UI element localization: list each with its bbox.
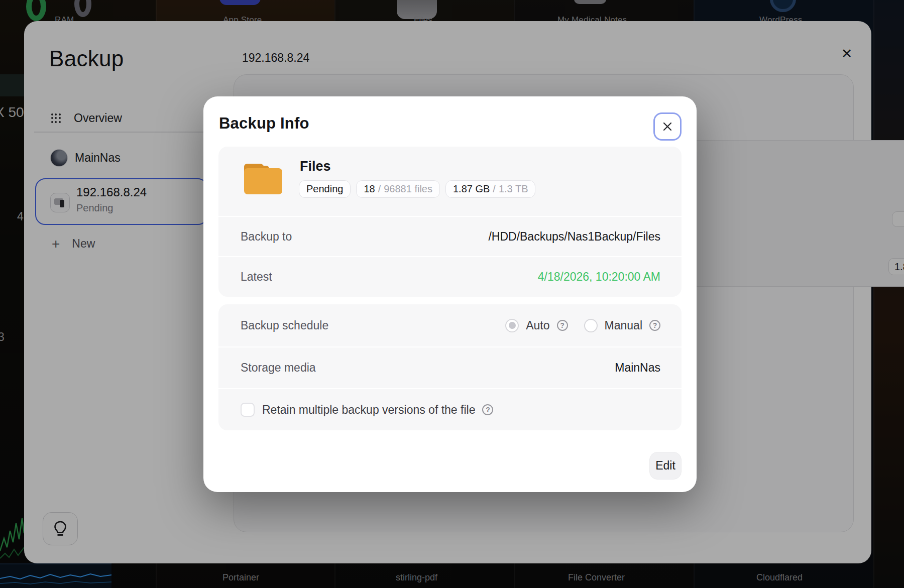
storage-media-row: Storage media MainNas [218, 347, 682, 388]
retain-versions-row: Retain multiple backup versions of the f… [218, 389, 682, 430]
auto-radio[interactable] [505, 319, 519, 332]
status-badge: Pending [299, 180, 351, 198]
latest-label: Latest [241, 270, 272, 284]
files-badges: Pending 18 / 96881 files 1.87 GB / 1.3 T… [299, 180, 535, 198]
latest-row: Latest 4/18/2026, 10:20:00 AM [218, 257, 682, 297]
folder-icon [241, 160, 285, 197]
backup-to-row: Backup to /HDD/Backups/Nas1Backup/Files [218, 217, 682, 256]
latest-value: 4/18/2026, 10:20:00 AM [538, 270, 660, 284]
backup-summary-section: Files Pending 18 / 96881 files 1.87 GB /… [218, 147, 682, 297]
retain-versions-label: Retain multiple backup versions of the f… [262, 403, 475, 417]
backup-to-value: /HDD/Backups/Nas1Backup/Files [488, 230, 660, 244]
schedule-label: Backup schedule [241, 319, 328, 332]
files-header-row: Files Pending 18 / 96881 files 1.87 GB /… [218, 147, 682, 216]
storage-media-value: MainNas [615, 361, 660, 375]
file-count-badge: 18 / 96881 files [356, 180, 440, 198]
manual-radio[interactable] [584, 319, 598, 332]
schedule-options: Auto ? Manual ? [505, 319, 660, 332]
manual-help-icon[interactable]: ? [649, 320, 660, 331]
retain-help-icon[interactable]: ? [482, 404, 493, 415]
modal-title: Backup Info [219, 114, 309, 133]
schedule-row: Backup schedule Auto ? Manual ? [218, 304, 682, 346]
manual-label: Manual [605, 319, 642, 332]
backup-to-label: Backup to [241, 230, 292, 244]
edit-button[interactable]: Edit [649, 452, 682, 480]
modal-close-button[interactable] [653, 112, 682, 141]
auto-label: Auto [526, 319, 549, 332]
backup-info-modal: Backup Info Files Pending 18 / [203, 96, 697, 492]
close-icon [661, 121, 673, 133]
backup-settings-section: Backup schedule Auto ? Manual ? Storage … [218, 304, 682, 430]
size-badge: 1.87 GB / 1.3 TB [445, 180, 536, 198]
storage-media-label: Storage media [241, 361, 316, 375]
retain-versions-checkbox[interactable] [241, 403, 255, 417]
auto-help-icon[interactable]: ? [557, 320, 568, 331]
screen: RAM App Store Files My Medical Notes Wor… [0, 0, 904, 588]
backup-name: Files [300, 159, 331, 174]
